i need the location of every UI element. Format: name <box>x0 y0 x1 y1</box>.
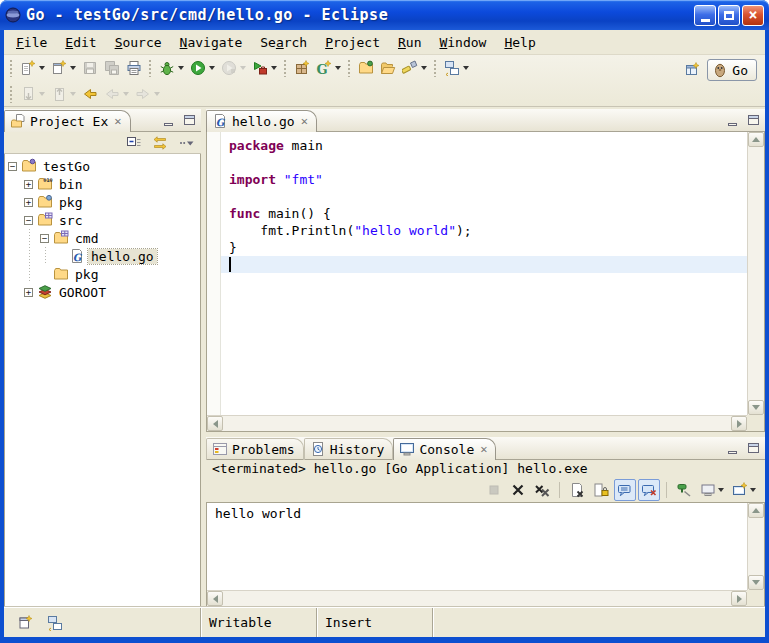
fast-view-button[interactable] <box>14 612 36 634</box>
console-minimize-button[interactable] <box>723 440 741 456</box>
dropdown-arrow-icon[interactable] <box>154 92 160 96</box>
dropdown-arrow-icon[interactable] <box>70 66 76 70</box>
show-stderr-button[interactable] <box>638 479 660 501</box>
collapse-all-button[interactable] <box>123 132 145 154</box>
menu-help[interactable]: Help <box>496 33 543 52</box>
link-with-editor-button[interactable] <box>149 132 171 154</box>
project-explorer-close-icon[interactable]: ✕ <box>114 114 121 128</box>
scroll-down-button[interactable] <box>748 400 764 415</box>
editor-tab-hello-go[interactable]: G hello.go ✕ <box>206 110 317 132</box>
open-folder-button[interactable] <box>377 57 399 79</box>
menu-source[interactable]: Source <box>107 33 170 52</box>
console-tab-problems[interactable]: Problems <box>206 438 304 460</box>
editor-minimize-button[interactable] <box>723 112 741 128</box>
menu-run[interactable]: Run <box>390 33 429 52</box>
menu-edit[interactable]: Edit <box>57 33 104 52</box>
open-console-button[interactable] <box>729 479 759 501</box>
tree-item-cmd[interactable]: −cmd <box>5 229 200 247</box>
remove-launch-button[interactable] <box>507 479 529 501</box>
console-tab-console[interactable]: Console✕ <box>393 438 496 460</box>
scroll-left-button[interactable] <box>207 591 223 606</box>
dropdown-arrow-icon[interactable] <box>178 66 184 70</box>
dropdown-arrow-icon[interactable] <box>123 92 129 96</box>
dropdown-arrow-icon[interactable] <box>718 488 724 492</box>
minimize-button[interactable] <box>694 5 716 26</box>
print-button[interactable] <box>123 57 145 79</box>
annotation-ruler[interactable] <box>207 132 221 415</box>
new-go-element-button[interactable]: G <box>313 57 344 79</box>
run-button[interactable] <box>187 57 218 79</box>
scroll-up-button[interactable] <box>748 503 764 518</box>
console-horizontal-scrollbar[interactable] <box>207 590 747 606</box>
clear-console-button[interactable] <box>566 479 588 501</box>
back-button[interactable] <box>101 83 132 105</box>
dropdown-arrow-icon[interactable] <box>240 66 246 70</box>
tree-item-pkg[interactable]: +pkg <box>5 193 200 211</box>
menu-search[interactable]: Search <box>252 33 315 52</box>
scroll-track[interactable] <box>748 518 764 575</box>
tree-item-pkg[interactable]: pkg <box>5 265 200 283</box>
debug-button[interactable] <box>156 57 187 79</box>
tree-expander-plus-icon[interactable]: + <box>24 198 33 207</box>
scroll-right-button[interactable] <box>731 591 747 606</box>
open-perspective-button[interactable] <box>681 59 703 81</box>
title-bar[interactable]: Go - testGo/src/cmd/hello.go - Eclipse × <box>0 0 769 30</box>
console-maximize-button[interactable] <box>744 440 762 456</box>
scroll-down-button[interactable] <box>748 575 764 590</box>
show-stdout-button[interactable] <box>614 479 636 501</box>
project-explorer-maximize-button[interactable] <box>180 112 198 128</box>
dropdown-arrow-icon[interactable] <box>421 66 427 70</box>
dropdown-arrow-icon[interactable] <box>271 66 277 70</box>
remove-all-launches-button[interactable] <box>531 479 553 501</box>
next-annotation-button[interactable] <box>17 83 48 105</box>
tree-expander-minus-icon[interactable]: − <box>8 162 17 171</box>
menu-navigate[interactable]: Navigate <box>172 33 251 52</box>
dropdown-arrow-icon[interactable] <box>209 66 215 70</box>
scroll-left-button[interactable] <box>207 416 223 431</box>
new-project-button[interactable] <box>291 57 313 79</box>
console-vertical-scrollbar[interactable] <box>747 503 764 590</box>
scroll-track[interactable] <box>223 416 731 431</box>
dropdown-arrow-icon[interactable] <box>70 92 76 96</box>
tree-expander-minus-icon[interactable]: − <box>40 234 49 243</box>
project-explorer-minimize-button[interactable] <box>159 112 177 128</box>
maximize-button[interactable] <box>718 5 740 26</box>
window-toggle-button[interactable] <box>441 57 472 79</box>
search-flashlight-button[interactable] <box>399 57 430 79</box>
code-editor[interactable]: package main import "fmt" func main() { … <box>221 132 747 415</box>
last-edit-location-button[interactable] <box>79 83 101 105</box>
tree-item-src[interactable]: −src <box>5 211 200 229</box>
editor-horizontal-scrollbar[interactable] <box>207 415 747 431</box>
forward-button[interactable] <box>132 83 163 105</box>
tree-item-hello-go[interactable]: Ghello.go <box>5 247 200 265</box>
editor-tab-close-icon[interactable]: ✕ <box>301 114 308 128</box>
save-all-button[interactable] <box>101 57 123 79</box>
perspective-go-button[interactable]: Go <box>707 59 757 81</box>
window-switch-button[interactable] <box>44 612 66 634</box>
pin-console-button[interactable] <box>673 479 695 501</box>
tree-expander-minus-icon[interactable]: − <box>24 216 33 225</box>
new-wizard-button[interactable] <box>17 57 48 79</box>
scroll-track[interactable] <box>223 591 731 606</box>
run-external-tools-button[interactable] <box>249 57 280 79</box>
tree-item-bin[interactable]: +010bin <box>5 175 200 193</box>
scroll-right-button[interactable] <box>731 416 747 431</box>
console-tab-history[interactable]: History <box>304 438 394 460</box>
dropdown-arrow-icon[interactable] <box>335 66 341 70</box>
editor-maximize-button[interactable] <box>744 112 762 128</box>
save-button[interactable] <box>79 57 101 79</box>
project-explorer-tab[interactable]: Project Ex ✕ <box>4 110 131 132</box>
dropdown-arrow-icon[interactable] <box>39 66 45 70</box>
terminate-button[interactable] <box>483 479 505 501</box>
display-console-button[interactable] <box>697 479 727 501</box>
editor-vertical-scrollbar[interactable] <box>747 132 764 415</box>
menu-file[interactable]: File <box>8 33 55 52</box>
dropdown-arrow-icon[interactable] <box>750 488 756 492</box>
view-menu-button[interactable] <box>175 132 197 154</box>
new-menu-button[interactable] <box>48 57 79 79</box>
menu-project[interactable]: Project <box>317 33 388 52</box>
menu-window[interactable]: Window <box>431 33 494 52</box>
close-button[interactable]: × <box>742 5 764 26</box>
import-wizard-button[interactable] <box>355 57 377 79</box>
console-output[interactable]: hello world <box>207 503 747 590</box>
